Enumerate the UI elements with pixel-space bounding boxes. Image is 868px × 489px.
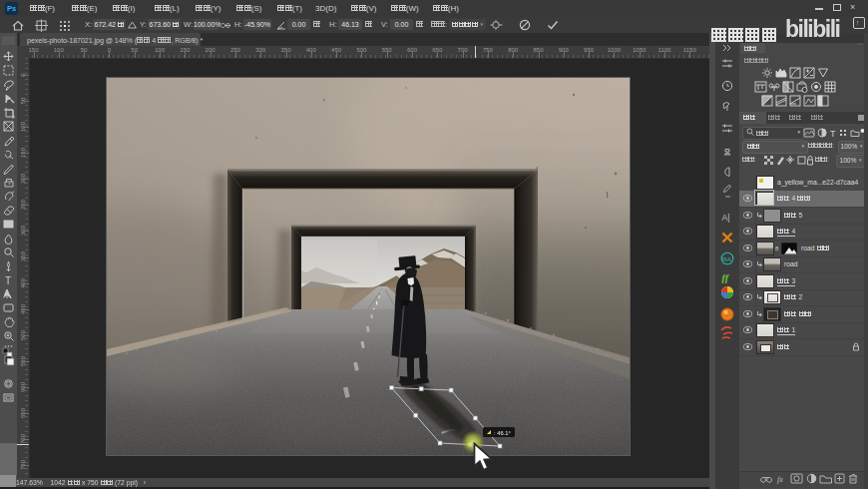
svg-text:T: T (5, 275, 11, 286)
svg-text:A|: A| (722, 213, 730, 223)
svg-text:ff: ff (722, 272, 730, 283)
svg-text:RA: RA (722, 255, 731, 262)
svg-text:fx: fx (777, 475, 783, 484)
svg-text:T: T (830, 129, 836, 139)
